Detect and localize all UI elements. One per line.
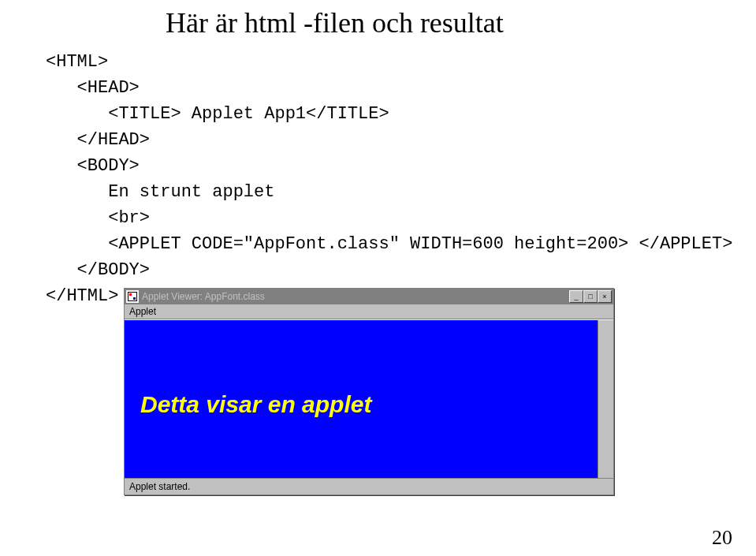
page-number: 20 xyxy=(712,526,732,550)
menu-applet[interactable]: Applet xyxy=(125,304,613,319)
window-title: Applet Viewer: AppFont.class xyxy=(142,291,569,302)
applet-canvas: Detta visar en applet xyxy=(125,320,598,478)
page-title: Här är html -filen och resultat xyxy=(166,6,756,39)
status-bar: Applet started. xyxy=(125,478,613,494)
maximize-button[interactable]: □ xyxy=(583,290,598,303)
applet-viewer-window: Applet Viewer: AppFont.class _ □ × Apple… xyxy=(124,288,614,495)
applet-rendered-text: Detta visar en applet xyxy=(140,391,371,418)
html-source-code: <HTML> <HEAD> <TITLE> Applet App1</TITLE… xyxy=(46,49,756,309)
window-gutter xyxy=(598,320,613,478)
minimize-button[interactable]: _ xyxy=(569,290,583,303)
close-button[interactable]: × xyxy=(598,290,612,303)
java-icon xyxy=(126,290,139,303)
window-titlebar[interactable]: Applet Viewer: AppFont.class _ □ × xyxy=(125,289,613,304)
